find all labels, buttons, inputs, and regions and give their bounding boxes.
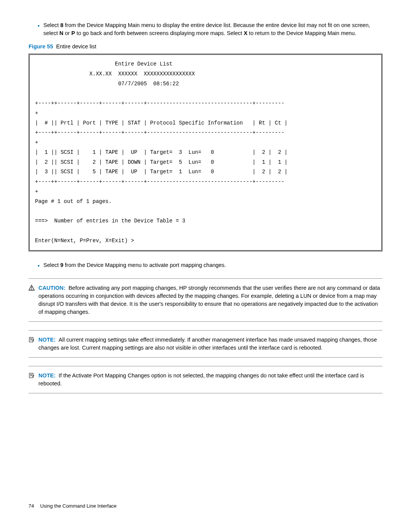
bullet-item: • Select 8 from the Device Mapping Main … (38, 21, 382, 37)
svg-rect-7 (29, 373, 33, 378)
bullet-dot-icon: • (38, 22, 40, 30)
note-block: NOTE:If the Activate Port Mapping Change… (29, 366, 382, 393)
caution-label: CAUTION: (38, 285, 65, 291)
svg-rect-3 (29, 337, 33, 342)
note-text: If the Activate Port Mapping Changes opt… (38, 372, 364, 387)
admonition-body: NOTE:All current mapping settings take e… (38, 336, 382, 352)
admonition-body: CAUTION:Before activating any port mappi… (38, 284, 382, 316)
caution-icon (29, 285, 35, 291)
note-label: NOTE: (38, 372, 56, 379)
note-label: NOTE: (38, 337, 56, 343)
bullet-text: Select 8 from the Device Mapping Main me… (43, 21, 382, 37)
note-block: NOTE:All current mapping settings take e… (29, 330, 382, 358)
note-icon (29, 372, 35, 379)
bullet-item: • Select 9 from the Device Mapping menu … (38, 261, 382, 270)
note-icon (29, 337, 35, 343)
admonition-body: NOTE:If the Activate Port Mapping Change… (38, 372, 382, 388)
svg-point-2 (31, 289, 32, 290)
bullet-text: Select 9 from the Device Mapping menu to… (43, 261, 382, 269)
figure-caption-text: Entire device list (56, 43, 97, 50)
figure-number: Figure 55 (29, 43, 53, 50)
note-text: All current mapping settings take effect… (38, 337, 377, 351)
figure-caption: Figure 55 Entire device list (29, 43, 382, 51)
caution-text: Before activating any port mapping chang… (38, 285, 380, 315)
caution-block: CAUTION:Before activating any port mappi… (29, 278, 382, 322)
terminal-output: Entire Device List X.XX.XX XXXXXX XXXXXX… (29, 54, 382, 251)
bullet-dot-icon: • (38, 262, 40, 270)
